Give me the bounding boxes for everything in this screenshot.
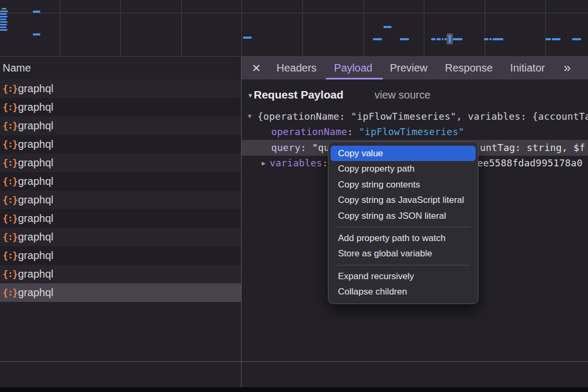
payload-root-row[interactable]: ▼ {operationName: "ipFlowTimeseries", va… xyxy=(241,109,588,124)
view-source-link[interactable]: view source xyxy=(375,87,431,103)
expand-triangle-icon[interactable]: ▶ xyxy=(262,155,265,171)
menu-item-copy-string-as-json-literal[interactable]: Copy string as JSON literal xyxy=(331,208,476,224)
request-name: graphql xyxy=(18,194,54,206)
overview-request-bar xyxy=(33,33,40,35)
request-name: graphql xyxy=(18,157,54,169)
overview-request-bar xyxy=(384,26,391,28)
json-braces-icon: {∶} xyxy=(3,84,18,94)
menu-item-expand-recursively[interactable]: Expand recursively xyxy=(331,269,476,284)
menu-item-copy-string-as-javascript-literal[interactable]: Copy string as JavaScript literal xyxy=(331,192,476,208)
overview-lane-divider xyxy=(0,13,588,13)
overview-request-bar xyxy=(400,38,409,40)
section-title: Request Payload xyxy=(254,87,343,103)
request-row[interactable]: {∶}graphql xyxy=(0,265,241,283)
json-braces-icon: {∶} xyxy=(3,121,18,131)
network-overview-timeline[interactable] xyxy=(0,0,588,57)
payload-section-header[interactable]: ▼ Request Payload view source xyxy=(241,87,588,103)
json-braces-icon: {∶} xyxy=(3,139,18,150)
overview-request-bar xyxy=(0,29,7,31)
overview-request-bar xyxy=(243,37,252,39)
menu-item-copy-property-path[interactable]: Copy property path xyxy=(331,161,476,176)
overview-request-bar xyxy=(489,38,492,40)
variables-preview-right: ee5588fdad995178a0 xyxy=(477,155,583,171)
detail-pane-tabbar: ✕ HeadersPayloadPreviewResponseInitiator… xyxy=(241,57,588,79)
overview-request-bar xyxy=(33,11,40,13)
close-icon[interactable]: ✕ xyxy=(252,57,261,79)
tab-payload[interactable]: Payload xyxy=(334,57,372,79)
variables-entry: variables: xyxy=(270,155,328,171)
pane-vertical-divider[interactable] xyxy=(241,57,242,387)
json-braces-icon: {∶} xyxy=(3,288,18,298)
operation-name-entry: operationName: "ipFlowTimeseries" xyxy=(271,124,464,140)
overview-request-bar xyxy=(493,38,503,40)
overview-request-bar xyxy=(436,38,441,40)
menu-item-add-property-path-to-watch[interactable]: Add property path to watch xyxy=(331,230,476,246)
request-name: graphql xyxy=(18,83,54,95)
operation-name-row[interactable]: operationName: "ipFlowTimeseries" xyxy=(241,124,588,140)
json-braces-icon: {∶} xyxy=(3,213,18,224)
overview-request-bar xyxy=(484,38,488,40)
json-braces-icon: {∶} xyxy=(3,251,18,261)
object-preview: {operationName: "ipFlowTimeseries", vari… xyxy=(257,109,588,124)
overview-request-bar xyxy=(0,19,6,20)
request-row[interactable]: {∶}graphql xyxy=(0,154,241,172)
overview-gridline xyxy=(545,0,546,56)
key-separator: : xyxy=(322,157,328,168)
overview-selected-marker-bar xyxy=(449,35,451,43)
overview-request-bar xyxy=(546,38,551,40)
tab-preview[interactable]: Preview xyxy=(390,57,427,79)
overview-gridline xyxy=(242,0,242,56)
request-name: graphql xyxy=(18,138,54,150)
menu-separator xyxy=(336,265,470,265)
overview-gridline xyxy=(181,0,182,56)
overview-gridline xyxy=(302,0,303,56)
overview-request-bar xyxy=(0,21,7,23)
overview-request-bar xyxy=(0,16,7,17)
request-row[interactable]: {∶}graphql xyxy=(0,246,241,265)
overview-gridline xyxy=(363,0,364,56)
overview-request-bar xyxy=(0,13,7,15)
request-row[interactable]: {∶}graphql xyxy=(0,228,241,246)
request-name: graphql xyxy=(18,212,54,225)
request-row[interactable]: {∶}graphql xyxy=(0,191,241,209)
overview-request-bar xyxy=(453,38,462,40)
menu-item-copy-value[interactable]: Copy value xyxy=(331,146,476,161)
property-key: operationName xyxy=(271,126,347,137)
key-separator: : xyxy=(347,126,359,137)
request-list: {∶}graphql{∶}graphql{∶}graphql{∶}graphql… xyxy=(0,79,241,302)
tab-response[interactable]: Response xyxy=(445,57,493,79)
request-name: graphql xyxy=(18,287,54,299)
menu-item-store-as-global-variable[interactable]: Store as global variable xyxy=(331,246,476,261)
collapse-triangle-icon[interactable]: ▼ xyxy=(247,87,253,103)
overview-request-bar xyxy=(572,38,581,40)
overview-request-bar xyxy=(0,26,6,28)
request-row[interactable]: {∶}graphql xyxy=(0,98,241,117)
request-row[interactable]: {∶}graphql xyxy=(0,117,241,135)
json-braces-icon: {∶} xyxy=(3,176,18,187)
tab-initiator[interactable]: Initiator xyxy=(510,57,545,79)
request-list-header[interactable]: Name xyxy=(0,56,241,80)
detail-tabs: HeadersPayloadPreviewResponseInitiator xyxy=(277,57,545,79)
overview-gridline xyxy=(485,0,485,56)
name-column-label: Name xyxy=(0,56,241,79)
expand-triangle-icon[interactable]: ▼ xyxy=(248,109,252,124)
request-name: graphql xyxy=(18,120,54,132)
overview-request-bar xyxy=(0,24,7,25)
more-tabs-icon[interactable]: » xyxy=(564,57,569,78)
request-row[interactable]: {∶}graphql xyxy=(0,172,241,191)
json-braces-icon: {∶} xyxy=(3,158,18,168)
footer-divider xyxy=(0,361,588,362)
overview-gridline xyxy=(424,0,424,56)
menu-item-copy-string-contents[interactable]: Copy string contents xyxy=(331,177,476,192)
json-braces-icon: {∶} xyxy=(3,195,18,206)
key-separator: : xyxy=(300,142,312,153)
devtools-network-panel: Name {∶}graphql{∶}graphql{∶}graphql{∶}gr… xyxy=(0,0,588,392)
request-row[interactable]: {∶}graphql xyxy=(0,283,241,302)
request-row[interactable]: {∶}graphql xyxy=(0,209,241,228)
tab-headers[interactable]: Headers xyxy=(277,57,317,79)
request-row[interactable]: {∶}graphql xyxy=(0,135,241,154)
request-row[interactable]: {∶}graphql xyxy=(0,79,241,98)
overview-request-bar xyxy=(0,11,8,12)
request-name: graphql xyxy=(18,268,54,280)
menu-item-collapse-children[interactable]: Collapse children xyxy=(331,284,476,299)
